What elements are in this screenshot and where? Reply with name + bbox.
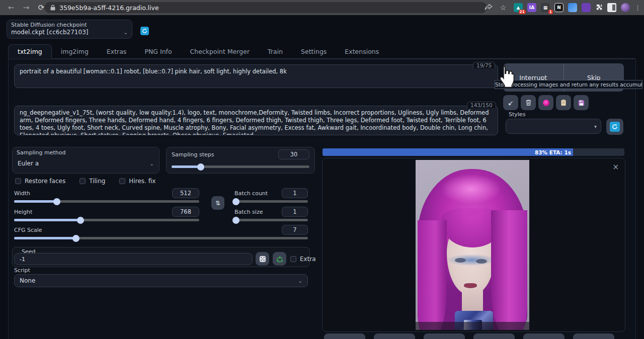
browser-forward-button[interactable]: → — [20, 3, 32, 12]
sampling-steps-label: Sampling steps — [172, 151, 214, 158]
slider-handle[interactable] — [77, 217, 84, 224]
batch-count-slider[interactable] — [234, 200, 308, 203]
extension-icon-1[interactable]: ▲21 — [514, 3, 523, 12]
extension-icon-ia[interactable]: IA — [527, 3, 536, 12]
refresh-icon — [610, 122, 620, 132]
save-style-button[interactable] — [574, 95, 589, 110]
chevron-down-icon: ⌄ — [150, 161, 154, 166]
checkpoint-selector[interactable]: Stable Diffusion checkpoint model.ckpt [… — [7, 20, 132, 39]
batch-count-input[interactable]: 1 — [282, 188, 308, 198]
sampling-steps-input[interactable]: 30 — [278, 149, 309, 159]
extension-icon-n[interactable]: N — [554, 3, 564, 12]
dice-icon — [259, 256, 266, 263]
gallery-action-button[interactable] — [473, 333, 515, 339]
tab-extras[interactable]: Extras — [98, 45, 136, 58]
checkpoint-value: model.ckpt [cc6cb27103] — [11, 29, 88, 36]
browser-toolbar: ← → ⟳ 359e5b9a-a5ff-4216.gradio.live ☆ ▲… — [0, 0, 644, 15]
apply-styles-button[interactable] — [556, 95, 571, 110]
tab-png-info[interactable]: PNG Info — [135, 45, 181, 58]
checkpoint-refresh-button[interactable] — [140, 27, 149, 35]
tab-train[interactable]: Train — [259, 45, 292, 58]
height-slider[interactable] — [14, 219, 199, 221]
slider-handle[interactable] — [232, 198, 239, 205]
checkbox-icon — [119, 178, 125, 184]
script-label: Script — [14, 267, 30, 274]
browser-menu-icon[interactable]: ⋮ — [634, 4, 641, 12]
tiling-checkbox[interactable]: Tiling — [79, 178, 105, 185]
cfg-scale-slider[interactable] — [14, 237, 308, 239]
negative-prompt-textarea[interactable]: ng_deepnegative_v1_75t, (worst quality, … — [14, 106, 498, 135]
share-icon[interactable] — [485, 4, 493, 11]
sidebar-panel-icon[interactable] — [607, 3, 616, 12]
tab-extensions[interactable]: Extensions — [336, 45, 388, 58]
gallery-action-button[interactable] — [424, 333, 465, 339]
restore-faces-label: Restore faces — [25, 178, 65, 185]
checkbox-icon — [290, 256, 296, 262]
tab-txt2img[interactable]: txt2img — [8, 44, 52, 59]
clear-prompt-button[interactable] — [521, 95, 536, 110]
chevron-down-icon: ⌄ — [124, 30, 128, 35]
checkbox-icon — [79, 178, 86, 184]
batch-size-input[interactable]: 1 — [282, 207, 308, 217]
gallery-action-button[interactable] — [573, 333, 614, 339]
generation-progress-bar: 83% ETA: 1s — [323, 148, 624, 156]
cfg-scale-label: CFG Scale — [14, 227, 42, 233]
bookmark-star-icon[interactable]: ☆ — [497, 4, 509, 12]
prompt-textarea[interactable]: portrait of a beautiful [woman::0.1] rob… — [14, 64, 498, 88]
progress-fill: 83% ETA: 1s — [323, 148, 573, 156]
cfg-scale-input[interactable]: 7 — [282, 225, 308, 235]
restore-faces-checkbox[interactable]: Restore faces — [15, 178, 65, 185]
extra-networks-card-icon — [543, 100, 549, 106]
slider-handle[interactable] — [53, 198, 60, 205]
extensions-puzzle-icon[interactable] — [595, 4, 603, 12]
prompt-token-counter: 19/75 — [473, 62, 495, 68]
address-bar[interactable]: 359e5b9a-a5ff-4216.gradio.live — [44, 2, 487, 13]
styles-label: Styles — [509, 111, 625, 118]
gallery-action-button[interactable] — [374, 333, 415, 339]
script-value: None — [20, 277, 35, 284]
height-input[interactable]: 768 — [172, 207, 199, 217]
sampling-method-value: Euler a — [18, 160, 39, 167]
width-slider[interactable] — [14, 200, 199, 203]
tab-checkpoint-merger[interactable]: Checkpoint Merger — [181, 45, 259, 58]
extension-badge-1: 21 — [519, 10, 526, 14]
floppy-disk-icon — [578, 100, 585, 106]
generated-image-preview[interactable] — [416, 160, 529, 330]
slider-handle[interactable] — [232, 217, 239, 224]
profile-avatar[interactable] — [621, 3, 630, 12]
swap-width-height-button[interactable]: ⇅ — [211, 196, 224, 210]
cfg-scale-block: CFG Scale 7 — [14, 225, 308, 239]
width-input[interactable]: 512 — [172, 188, 199, 198]
gallery-action-button[interactable] — [324, 333, 365, 339]
paste-generation-params-button[interactable]: ↙ — [503, 95, 518, 110]
extension-icon-purple[interactable] — [582, 3, 591, 12]
script-select[interactable]: None ⌄ — [14, 274, 308, 287]
slider-handle[interactable] — [72, 235, 79, 242]
styles-chevron-icon: ▾ — [594, 124, 597, 129]
batch-size-label: Batch size — [234, 209, 263, 215]
reuse-seed-button[interactable] — [273, 252, 286, 266]
negative-prompt-token-counter: 143/150 — [467, 102, 496, 108]
sampling-method-select[interactable]: Euler a ⌄ — [17, 157, 155, 170]
extra-seed-checkbox[interactable]: Extra — [290, 256, 316, 263]
gallery-actions-row — [324, 333, 614, 339]
random-seed-button[interactable] — [256, 252, 269, 266]
close-preview-icon[interactable]: × — [612, 162, 619, 172]
browser-back-button[interactable]: ← — [5, 3, 17, 12]
gallery-action-button[interactable] — [523, 333, 565, 339]
extension-icon-image[interactable] — [568, 3, 577, 12]
slider-handle[interactable] — [197, 163, 204, 171]
seed-input[interactable]: -1 — [14, 253, 253, 265]
styles-select[interactable]: ▾ — [506, 119, 601, 134]
extra-networks-button[interactable] — [538, 95, 553, 110]
sampling-steps-slider[interactable] — [172, 165, 309, 168]
sampling-method-label: Sampling method — [17, 149, 155, 156]
tab-settings[interactable]: Settings — [292, 45, 336, 58]
tab-img2img[interactable]: img2img — [52, 45, 98, 58]
hires-fix-checkbox[interactable]: Hires. fix — [119, 178, 155, 185]
prompt-tools-row: ↙ — [503, 95, 589, 110]
extension-icon-2[interactable]: ▦1 — [541, 3, 550, 12]
progress-text: 83% ETA: 1s — [535, 149, 573, 155]
batch-size-slider[interactable] — [234, 219, 308, 221]
styles-refresh-button[interactable] — [606, 119, 623, 135]
